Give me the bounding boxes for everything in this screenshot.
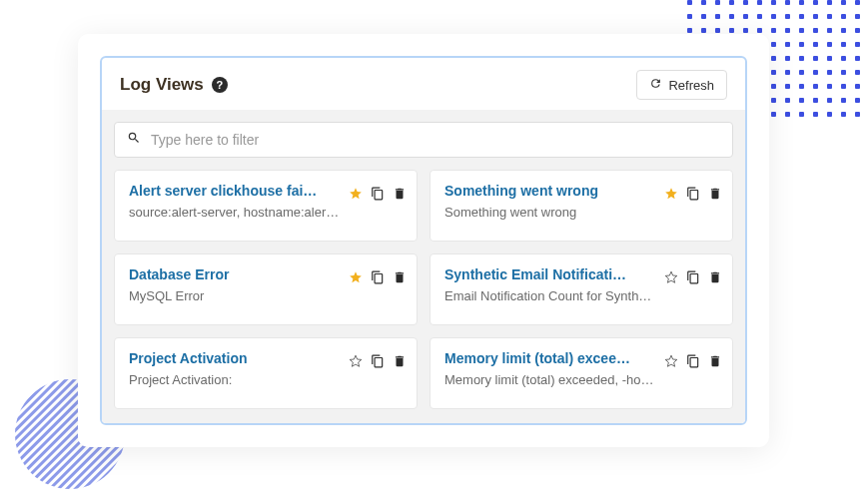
search-icon — [127, 131, 141, 149]
cards-grid: Alert server clickhouse failure source:a… — [114, 170, 733, 409]
card-title: Synthetic Email Notifications — [444, 266, 634, 282]
filter-input[interactable] — [151, 132, 720, 148]
panel-header: Log Views ? Refresh — [102, 58, 745, 110]
card-title: Memory limit (total) exceeded — [444, 350, 634, 366]
window-card: Log Views ? Refresh Alert server clickho… — [78, 34, 769, 447]
trash-icon[interactable] — [708, 187, 722, 201]
card-title: Alert server clickhouse failure — [129, 183, 319, 199]
trash-icon[interactable] — [708, 270, 722, 284]
card-title: Database Error — [129, 266, 319, 282]
card-title: Something went wrong — [444, 183, 634, 199]
refresh-icon — [649, 77, 662, 93]
card-subtitle: MySQL Error — [129, 288, 349, 303]
log-view-card[interactable]: Alert server clickhouse failure source:a… — [114, 170, 418, 242]
trash-icon[interactable] — [393, 354, 407, 368]
log-view-card[interactable]: Memory limit (total) exceeded Memory lim… — [430, 337, 733, 409]
log-view-card[interactable]: Project Activation Project Activation: — [114, 337, 418, 409]
refresh-button[interactable]: Refresh — [636, 70, 727, 100]
log-views-panel: Log Views ? Refresh Alert server clickho… — [100, 56, 747, 425]
card-subtitle: Project Activation: — [129, 372, 349, 387]
trash-icon[interactable] — [708, 354, 722, 368]
star-icon[interactable] — [664, 354, 678, 368]
trash-icon[interactable] — [393, 187, 407, 201]
filter-box[interactable] — [114, 122, 733, 158]
help-icon[interactable]: ? — [212, 77, 228, 93]
card-title: Project Activation — [129, 350, 319, 366]
star-icon[interactable] — [349, 354, 363, 368]
panel-body: Alert server clickhouse failure source:a… — [102, 110, 745, 425]
card-subtitle: Email Notification Count for Synth… — [444, 288, 664, 303]
log-view-card[interactable]: Database Error MySQL Error — [114, 253, 418, 325]
log-view-card[interactable]: Something went wrong Something went wron… — [430, 170, 733, 242]
copy-icon[interactable] — [686, 187, 700, 201]
card-subtitle: source:alert-server, hostname:aler… — [129, 205, 349, 220]
card-subtitle: Memory limit (total) exceeded, -ho… — [444, 372, 664, 387]
copy-icon[interactable] — [371, 187, 385, 201]
copy-icon[interactable] — [686, 354, 700, 368]
copy-icon[interactable] — [686, 270, 700, 284]
copy-icon[interactable] — [371, 270, 385, 284]
star-icon[interactable] — [664, 270, 678, 284]
log-view-card[interactable]: Synthetic Email Notifications Email Noti… — [430, 253, 733, 325]
star-icon[interactable] — [664, 187, 678, 201]
refresh-label: Refresh — [668, 78, 714, 93]
star-icon[interactable] — [349, 187, 363, 201]
page-title: Log Views — [120, 75, 204, 95]
copy-icon[interactable] — [371, 354, 385, 368]
trash-icon[interactable] — [393, 270, 407, 284]
card-subtitle: Something went wrong — [444, 205, 664, 220]
star-icon[interactable] — [349, 270, 363, 284]
